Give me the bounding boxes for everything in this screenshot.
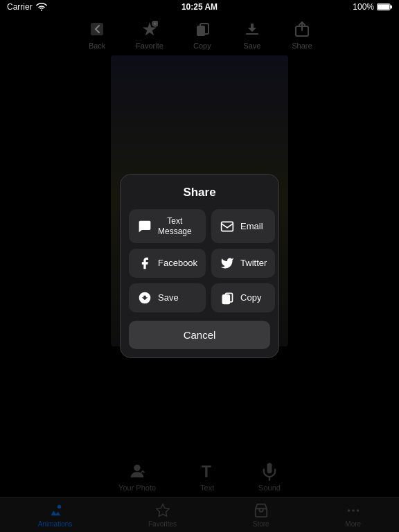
email-button[interactable]: Email <box>211 209 275 243</box>
copy-button-modal[interactable]: Copy <box>211 283 275 312</box>
twitter-icon <box>220 256 235 271</box>
svg-rect-2 <box>378 4 389 9</box>
share-options-grid: TextMessage Email Faceb <box>129 209 270 312</box>
share-modal-title: Share <box>129 186 270 200</box>
copy-label-modal: Copy <box>240 292 261 303</box>
cancel-button[interactable]: Cancel <box>129 321 270 349</box>
save-button-modal[interactable]: Save <box>129 283 206 312</box>
facebook-icon <box>137 256 152 271</box>
svg-rect-1 <box>390 6 392 9</box>
status-time: 10:25 AM <box>181 2 218 12</box>
save-label-modal: Save <box>158 292 179 303</box>
status-bar: Carrier 10:25 AM 100% <box>0 0 399 14</box>
email-label: Email <box>240 221 263 231</box>
battery-label: 100% <box>353 2 374 12</box>
email-icon <box>220 219 235 234</box>
share-modal: Share TextMessage Email <box>120 174 279 358</box>
text-message-button[interactable]: TextMessage <box>129 209 206 243</box>
twitter-button[interactable]: Twitter <box>211 249 275 278</box>
svg-rect-13 <box>222 295 229 304</box>
facebook-label: Facebook <box>158 258 197 268</box>
twitter-label: Twitter <box>240 258 267 268</box>
text-message-label: TextMessage <box>158 216 192 236</box>
battery-icon <box>377 3 392 11</box>
carrier-label: Carrier <box>7 2 33 12</box>
wifi-icon <box>36 3 47 11</box>
save-icon-modal <box>137 290 152 305</box>
svg-rect-10 <box>222 222 233 231</box>
facebook-button[interactable]: Facebook <box>129 249 206 278</box>
modal-overlay: Share TextMessage Email <box>0 0 399 532</box>
text-message-icon <box>137 219 152 234</box>
copy-icon-modal <box>220 290 235 305</box>
